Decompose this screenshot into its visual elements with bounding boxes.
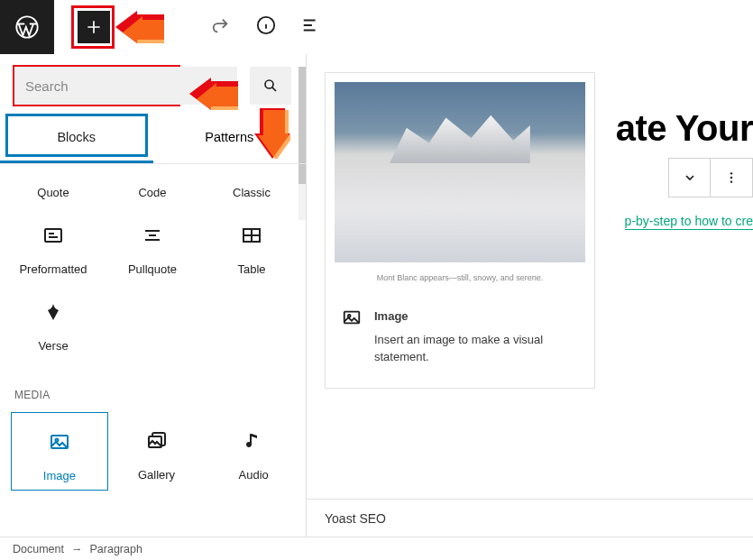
info-icon[interactable] (256, 15, 276, 39)
block-preformatted[interactable]: Preformatted (4, 207, 103, 283)
block-code[interactable]: Code (103, 170, 202, 207)
tab-blocks[interactable]: Blocks (0, 117, 153, 163)
yoast-panel[interactable]: Yoast SEO (307, 499, 753, 537)
block-inserter-panel: Search Blocks Patterns Quote Code Classi… (0, 54, 307, 537)
block-table[interactable]: Table (202, 207, 301, 283)
top-toolbar (0, 0, 753, 54)
breadcrumb[interactable]: Document → Paragraph (0, 537, 753, 560)
block-label: Table (237, 262, 265, 276)
redo-icon[interactable] (211, 15, 231, 39)
block-verse[interactable]: Verse (4, 283, 103, 360)
media-blocks-grid: Image Gallery Audio (0, 407, 306, 503)
verse-icon (4, 299, 103, 325)
block-toolbar (668, 158, 753, 197)
preview-caption: Mont Blanc appears—still, snowy, and ser… (326, 268, 594, 295)
chevron-down-icon[interactable] (669, 159, 711, 197)
breadcrumb-sep: → (71, 543, 83, 555)
editor-canvas: Mont Blanc appears—still, snowy, and ser… (307, 54, 753, 537)
top-toolbar-icons (211, 15, 321, 39)
search-input[interactable]: Search (14, 67, 237, 105)
block-label: Preformatted (19, 262, 87, 276)
more-options-icon[interactable] (711, 159, 752, 197)
breadcrumb-root: Document (13, 543, 64, 555)
preformatted-icon (4, 223, 103, 248)
gallery-icon (108, 428, 206, 454)
text-blocks-grid: Quote Code Classic Preformatted Pullquot… (0, 164, 306, 372)
preview-info: Image Insert an image to make a visual s… (326, 295, 594, 388)
block-label: Audio (239, 468, 269, 482)
search-button[interactable] (250, 67, 291, 105)
table-icon (202, 223, 301, 248)
preview-description: Insert an image to make a visual stateme… (374, 331, 578, 366)
audio-icon (205, 428, 302, 454)
media-section-label: MEDIA (0, 372, 306, 407)
block-gallery[interactable]: Gallery (108, 412, 206, 491)
block-label: Verse (38, 339, 68, 353)
block-label: Pullquote (128, 262, 177, 276)
add-block-button[interactable] (78, 11, 110, 43)
block-label: Classic (233, 186, 271, 199)
subtext-fragment[interactable]: p-by-step to how to cre (625, 214, 753, 230)
page-content-fragment: ate Your p-by-step to how to cre (616, 108, 753, 230)
svg-rect-3 (45, 229, 61, 242)
main-area: Search Blocks Patterns Quote Code Classi… (0, 54, 753, 537)
preview-image (335, 82, 585, 262)
block-label: Code (138, 186, 166, 199)
breadcrumb-current: Paragraph (89, 543, 142, 555)
block-pullquote[interactable]: Pullquote (103, 207, 202, 283)
image-icon (342, 308, 362, 366)
block-quote[interactable]: Quote (4, 170, 103, 207)
svg-point-10 (730, 172, 732, 174)
block-label: Image (43, 469, 76, 482)
block-label: Quote (37, 186, 69, 199)
list-view-icon[interactable] (301, 15, 321, 39)
block-label: Gallery (138, 468, 175, 482)
block-classic[interactable]: Classic (202, 170, 301, 207)
svg-point-11 (730, 177, 732, 179)
svg-point-2 (265, 80, 273, 88)
svg-point-12 (730, 180, 732, 182)
heading-fragment[interactable]: ate Your (616, 108, 753, 149)
tab-patterns[interactable]: Patterns (153, 117, 307, 163)
image-icon (12, 429, 107, 454)
wp-logo[interactable] (0, 0, 54, 54)
pullquote-icon (103, 223, 202, 248)
block-preview-card: Mont Blanc appears—still, snowy, and ser… (325, 72, 595, 389)
preview-title: Image (374, 308, 578, 326)
inserter-tabs: Blocks Patterns (0, 117, 306, 164)
block-image[interactable]: Image (11, 412, 108, 491)
block-audio[interactable]: Audio (205, 412, 302, 491)
